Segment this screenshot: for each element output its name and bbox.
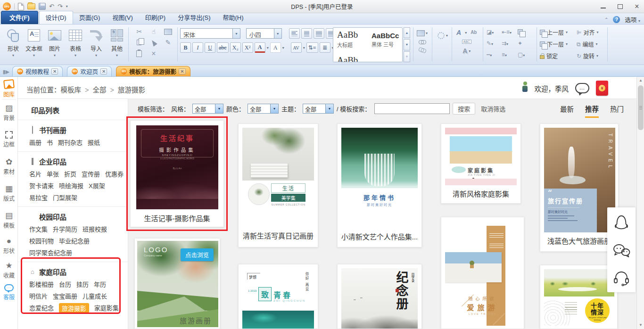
category-link[interactable]: 校园刊物 (29, 236, 54, 246)
sort-recommended[interactable]: 推荐 (585, 104, 599, 118)
template-card-travel-album[interactable]: LOGO Company name 点击浏览 旅游画册 (134, 238, 220, 329)
doc-tab-template-library[interactable]: DPS 模板库：旅游摄影 ✕ (116, 66, 190, 76)
italic-button[interactable]: I (192, 42, 203, 53)
category-link[interactable]: X展架 (89, 181, 105, 191)
color-filter-select[interactable]: 全部▼ (248, 104, 279, 114)
fill-color-icon[interactable]: ◪ (487, 29, 492, 35)
align-objects-button[interactable]: ⊫对齐▾ (577, 28, 610, 36)
style-filter-select[interactable]: 全部▼ (192, 104, 223, 114)
headset-icon[interactable] (613, 270, 630, 286)
breadcrumb-root[interactable]: 模板库 (61, 86, 82, 94)
sidebar-item-border[interactable]: 边框 (0, 131, 18, 148)
close-tab-icon[interactable]: ✕ (179, 68, 185, 74)
template-card-life-notes[interactable]: 生活纪事 摄影作品集 SHEYINGZUOPINJI LI LIU'S PHOT… (130, 120, 224, 227)
broken-link-icon[interactable] (418, 47, 426, 54)
scrollbar-thumb[interactable] (638, 85, 644, 130)
underline-button[interactable]: U (205, 42, 215, 53)
save-icon[interactable] (39, 3, 46, 10)
spellcheck-icon[interactable]: ABC (462, 40, 471, 44)
cancel-filter-button[interactable]: 取消筛选 (481, 104, 505, 113)
sidebar-item-shape[interactable]: ●形状 (0, 237, 18, 255)
category-link[interactable]: 喷绘海报 (59, 181, 83, 191)
help-icon[interactable]: ? (613, 16, 620, 23)
template-card-family-album[interactable]: 家庭影集 JIA TING YING JI 清新风格家庭影集 (441, 123, 521, 204)
new-document-icon[interactable] (18, 3, 24, 10)
wechat-icon[interactable] (612, 243, 631, 258)
copy-style-icon[interactable] (518, 29, 523, 34)
vertical-scrollbar[interactable]: ▲ ▼ (636, 77, 644, 329)
font-size-select[interactable]: 小四▼ (246, 28, 282, 39)
frame-picture-icon[interactable] (417, 30, 425, 36)
category-link[interactable]: 恋爱纪念 (29, 303, 54, 314)
category-link[interactable]: 书 (47, 138, 53, 148)
wordart-icon[interactable]: A (456, 29, 461, 36)
category-link[interactable]: 同学聚会纪念册 (29, 248, 72, 258)
category-link[interactable]: 宝宝画册 (53, 291, 77, 301)
undo-icon[interactable]: ↶ (49, 3, 54, 9)
import-button[interactable]: 导入▾ (87, 27, 106, 58)
breadcrumb-current[interactable]: 旅游摄影 (118, 86, 145, 94)
template-search-input[interactable] (374, 103, 450, 114)
category-link[interactable]: 名片 (29, 169, 41, 179)
sidebar-item-gallery[interactable]: 图库 (0, 80, 18, 98)
template-card-love-travel[interactable]: 随心所欲 爱旅游 LOVE TRAVEL (441, 217, 524, 329)
superscript-button[interactable]: X² (242, 42, 253, 53)
scroll-up-icon[interactable]: ▲ (637, 77, 644, 84)
category-link[interactable]: 贺卡请柬 (29, 181, 54, 191)
rotate-button[interactable]: ↻旋转▾ (577, 52, 610, 60)
browse-button[interactable]: 点击浏览 (181, 248, 214, 261)
tab-expander-icon[interactable]: ▮▶ (0, 69, 12, 76)
category-link[interactable]: 画册 (29, 138, 41, 148)
styles-scroll-down-icon[interactable]: ▼ (404, 39, 410, 50)
category-link[interactable]: 台历 (59, 280, 71, 289)
category-link[interactable]: 影楼相册 (29, 280, 54, 289)
close-button[interactable]: × (634, 2, 640, 11)
template-card-fresh-life[interactable]: 生活 美学集 SUMMER COLLECTION 清新生活写真日记画册 (238, 123, 318, 247)
styles-more-icon[interactable]: ⩒ (404, 51, 410, 62)
styles-scroll-up-icon[interactable]: ▲ (404, 27, 410, 38)
category-link[interactable]: 易拉宝 (29, 193, 48, 203)
line-weight-icon[interactable]: ≡ (502, 51, 505, 58)
underline-color-button[interactable]: A (255, 42, 265, 53)
category-link[interactable]: 优惠券 (105, 169, 124, 179)
template-card-ten-years[interactable]: 十年情深 Ten years of love and memory (540, 265, 618, 329)
redo-icon[interactable]: ↷ (58, 3, 63, 9)
align-center-icon[interactable] (301, 28, 312, 39)
search-button[interactable]: 搜索 (453, 103, 475, 115)
category-link[interactable]: 挂历 (76, 280, 89, 289)
insert-shape-button[interactable]: 形状▾ (4, 27, 23, 58)
sidebar-item-template[interactable]: ▤模板 (0, 212, 18, 229)
dropdown-arrow-icon[interactable]: ▾ (282, 46, 284, 50)
lock-button[interactable]: 锁定 (540, 52, 577, 60)
pan-hand-icon[interactable]: ☝ (152, 28, 156, 35)
template-card-youth[interactable]: 梦想 你好 再见 1 2019 致 青春 ZHI QINGCHUN (238, 264, 318, 329)
align-left-icon[interactable] (289, 28, 300, 39)
format-brush-icon[interactable]: ✦ (518, 40, 530, 47)
menu-tab-help[interactable]: 帮助(H) (216, 11, 249, 24)
dropdown-arrow-icon[interactable]: ▾ (303, 46, 305, 50)
template-card-love-letter[interactable]: 那年情书 那时美好时光 小清新文艺个人作品集... (337, 123, 422, 247)
user-avatar[interactable] (522, 82, 528, 95)
category-link[interactable]: 期刊杂志 (58, 138, 83, 148)
group-objects-button[interactable]: ⧉编组▾ (577, 40, 610, 48)
dps-logo-icon[interactable]: DPS (3, 2, 11, 10)
close-tab-icon[interactable]: ✕ (51, 68, 58, 74)
category-link[interactable]: 毕业纪念册 (59, 236, 90, 246)
template-card-blue-travel[interactable]: TRAVEL “ 旅行宣传册 那时美好时光 浅蓝色大气旅游画册 (540, 123, 619, 252)
category-link[interactable]: 升学简历 (53, 224, 77, 234)
collapse-ribbon-icon[interactable]: ⌃ (604, 17, 608, 22)
menu-tab-view[interactable]: 视图(V) (106, 11, 139, 24)
edit-pen-icon[interactable]: ✎ (165, 39, 171, 46)
insert-other-button[interactable]: 5 其他▾ (107, 27, 126, 58)
maximize-button[interactable] (617, 3, 623, 10)
menu-tab-design[interactable]: 设计(D) (39, 11, 73, 24)
doc-tab-video-tutorial[interactable]: DPS 视频教程 ✕ (12, 66, 63, 76)
category-link[interactable]: 年历 (94, 280, 106, 289)
category-link[interactable]: 单张 (47, 169, 59, 179)
category-link[interactable]: 明信片 (29, 291, 48, 301)
theme-filter-select[interactable]: 全部▼ (303, 104, 334, 114)
sidebar-item-layout[interactable]: ▦版式 (0, 185, 18, 202)
category-link[interactable]: 作文集 (29, 224, 48, 234)
align-right-icon[interactable] (314, 28, 324, 39)
picture-tool-icon[interactable] (164, 29, 172, 35)
